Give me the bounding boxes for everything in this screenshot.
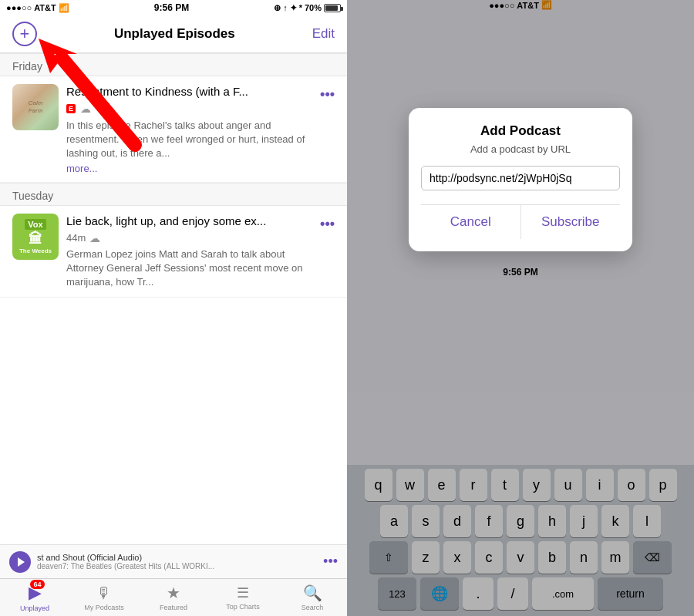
- podcast-url-input[interactable]: [421, 166, 620, 190]
- status-icons-left: ⊕ ↑ ✦ * 70%: [274, 3, 341, 13]
- tab-label-unplayed: Unplayed: [20, 604, 49, 612]
- my-podcasts-icon: 🎙: [96, 584, 112, 602]
- tab-label-top-charts-left: Top Charts: [226, 603, 260, 611]
- explicit-badge: E: [66, 104, 76, 113]
- episode-meta-resentment: E ☁: [66, 103, 312, 115]
- episode-desc-resentment: In this episode Rachel's talks about ang…: [66, 119, 312, 161]
- now-playing-bar[interactable]: st and Shout (Official Audio) deaven7: T…: [0, 544, 347, 578]
- right-panel: ●●●○○ AT&T 📶 9:56 PM ⊕ ↑ ✦ * 70% + Unpla…: [347, 0, 694, 616]
- dialog-title: Add Podcast: [480, 123, 561, 139]
- episode-menu-vox[interactable]: •••: [320, 217, 335, 231]
- tab-label-my-podcasts: My Podcasts: [84, 604, 124, 611]
- section-header-friday-left: Friday: [0, 53, 347, 76]
- cloud-icon: ☁: [80, 103, 91, 115]
- tab-item-unplayed[interactable]: ▶ 64 Unplayed: [0, 579, 69, 616]
- now-playing-title: st and Shout (Official Audio): [37, 553, 317, 562]
- now-playing-dots[interactable]: •••: [323, 554, 338, 570]
- cloud-icon-vox: ☁: [89, 232, 100, 244]
- episode-art-resentment: CalmFarm: [12, 84, 59, 130]
- tab-icon-wrapper-unplayed: ▶ 64: [29, 583, 42, 603]
- add-podcast-button[interactable]: +: [12, 22, 37, 46]
- vox-art-inner: Vox 🏛 The Weeds: [19, 219, 52, 254]
- dialog-overlay: Add Podcast Add a podcast by URL Cancel …: [347, 0, 694, 616]
- dialog-subtitle: Add a podcast by URL: [470, 143, 571, 155]
- tab-item-search-left[interactable]: 🔍 Search: [278, 579, 347, 616]
- tab-item-top-charts-left[interactable]: ☰ Top Charts: [208, 579, 278, 616]
- episode-art-vox: Vox 🏛 The Weeds: [12, 214, 59, 260]
- episode-title-resentment: Resentment to Kindness (with a F...: [66, 84, 312, 99]
- play-button[interactable]: [9, 551, 31, 573]
- episode-duration-vox: 44m ☁: [66, 232, 312, 244]
- search-icon-left: 🔍: [303, 584, 322, 602]
- nav-bar-left: + Unplayed Episodes Edit: [0, 15, 347, 53]
- status-carrier-left: ●●●○○ AT&T 📶: [6, 3, 69, 13]
- page-title-left: Unplayed Episodes: [114, 26, 235, 42]
- episode-menu-resentment[interactable]: •••: [320, 87, 335, 101]
- tab-label-featured-left: Featured: [160, 604, 187, 611]
- add-podcast-dialog: Add Podcast Add a podcast by URL Cancel …: [409, 108, 632, 251]
- tab-bar-left: ▶ 64 Unplayed 🎙 My Podcasts ★ Featured ☰…: [0, 578, 347, 616]
- more-link-resentment[interactable]: more...: [66, 163, 312, 174]
- tab-item-my-podcasts[interactable]: 🎙 My Podcasts: [69, 579, 139, 616]
- play-icon: [18, 557, 25, 567]
- status-time-left: 9:56 PM: [154, 2, 189, 13]
- episode-info-vox: Lie back, light up, and enjoy some ex...…: [66, 214, 312, 289]
- edit-button-left[interactable]: Edit: [312, 26, 335, 42]
- section-header-tuesday-left: Tuesday: [0, 183, 347, 206]
- left-panel: ●●●○○ AT&T 📶 9:56 PM ⊕ ↑ ✦ * 70% + Unpla…: [0, 0, 347, 616]
- episode-desc-vox: German Lopez joins Matt and Sarah to tal…: [66, 247, 312, 290]
- episode-item-resentment[interactable]: CalmFarm Resentment to Kindness (with a …: [0, 76, 347, 183]
- now-playing-artist: deaven7: The Beatles (Greatest Hits (ALL…: [37, 562, 317, 571]
- status-bar-left: ●●●○○ AT&T 📶 9:56 PM ⊕ ↑ ✦ * 70%: [0, 0, 347, 15]
- subscribe-button[interactable]: Subscribe: [521, 205, 621, 239]
- unplayed-badge: 64: [30, 580, 44, 589]
- tab-item-featured-left[interactable]: ★ Featured: [139, 579, 208, 616]
- dialog-buttons: Cancel Subscribe: [421, 204, 620, 239]
- episode-info-resentment: Resentment to Kindness (with a F... E ☁ …: [66, 84, 312, 174]
- featured-icon: ★: [167, 584, 180, 602]
- now-playing-info: st and Shout (Official Audio) deaven7: T…: [37, 553, 317, 571]
- top-charts-icon: ☰: [237, 584, 249, 601]
- episodes-list-left: Friday CalmFarm Resentment to Kindness (…: [0, 53, 347, 616]
- tab-label-search-left: Search: [302, 604, 324, 611]
- episode-title-vox: Lie back, light up, and enjoy some ex...: [66, 214, 312, 229]
- cancel-button[interactable]: Cancel: [421, 205, 521, 239]
- episode-item-vox[interactable]: Vox 🏛 The Weeds Lie back, light up, and …: [0, 206, 347, 298]
